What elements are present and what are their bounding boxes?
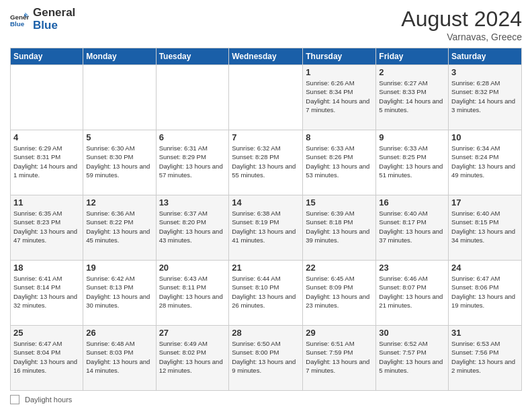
calendar-week-4: 18Sunrise: 6:41 AM Sunset: 8:14 PM Dayli… <box>11 261 522 326</box>
day-info: Sunrise: 6:36 AM Sunset: 8:22 PM Dayligh… <box>86 209 152 244</box>
footer: Daylight hours <box>10 395 522 404</box>
day-number: 22 <box>306 263 373 273</box>
day-info: Sunrise: 6:39 AM Sunset: 8:18 PM Dayligh… <box>306 209 373 244</box>
day-number: 25 <box>13 328 80 338</box>
day-info: Sunrise: 6:44 AM Sunset: 8:10 PM Dayligh… <box>232 274 300 310</box>
day-info: Sunrise: 6:47 AM Sunset: 8:04 PM Dayligh… <box>13 339 80 375</box>
day-info: Sunrise: 6:35 AM Sunset: 8:23 PM Dayligh… <box>13 209 80 244</box>
day-info: Sunrise: 6:49 AM Sunset: 8:02 PM Dayligh… <box>159 339 226 375</box>
day-info: Sunrise: 6:47 AM Sunset: 8:06 PM Dayligh… <box>451 274 519 310</box>
day-info: Sunrise: 6:40 AM Sunset: 8:17 PM Dayligh… <box>379 209 445 244</box>
calendar-week-3: 11Sunrise: 6:35 AM Sunset: 8:23 PM Dayli… <box>11 195 522 261</box>
calendar-cell: 27Sunrise: 6:49 AM Sunset: 8:02 PM Dayli… <box>156 326 229 391</box>
month-year: August 2024 <box>401 7 522 32</box>
day-info: Sunrise: 6:40 AM Sunset: 8:15 PM Dayligh… <box>451 209 519 244</box>
day-info: Sunrise: 6:31 AM Sunset: 8:29 PM Dayligh… <box>159 144 226 179</box>
calendar-cell <box>229 65 303 130</box>
day-info: Sunrise: 6:26 AM Sunset: 8:34 PM Dayligh… <box>306 79 373 114</box>
day-number: 26 <box>86 328 152 338</box>
calendar-cell <box>156 65 229 130</box>
day-info: Sunrise: 6:27 AM Sunset: 8:33 PM Dayligh… <box>379 79 445 114</box>
header-monday: Monday <box>83 48 156 65</box>
day-number: 29 <box>306 328 373 338</box>
calendar-cell: 16Sunrise: 6:40 AM Sunset: 8:17 PM Dayli… <box>376 195 449 261</box>
calendar-cell: 26Sunrise: 6:48 AM Sunset: 8:03 PM Dayli… <box>83 326 156 391</box>
calendar-week-2: 4Sunrise: 6:29 AM Sunset: 8:31 PM Daylig… <box>11 130 522 195</box>
day-info: Sunrise: 6:38 AM Sunset: 8:19 PM Dayligh… <box>232 209 300 244</box>
calendar-cell: 20Sunrise: 6:43 AM Sunset: 8:11 PM Dayli… <box>156 261 229 326</box>
svg-text:Blue: Blue <box>10 19 25 27</box>
day-number: 1 <box>306 67 373 77</box>
day-info: Sunrise: 6:29 AM Sunset: 8:31 PM Dayligh… <box>13 144 80 179</box>
calendar-cell: 24Sunrise: 6:47 AM Sunset: 8:06 PM Dayli… <box>449 261 522 326</box>
day-number: 20 <box>159 263 226 273</box>
calendar-cell: 29Sunrise: 6:51 AM Sunset: 7:59 PM Dayli… <box>303 326 376 391</box>
calendar-table: SundayMondayTuesdayWednesdayThursdayFrid… <box>10 48 522 391</box>
calendar-cell: 11Sunrise: 6:35 AM Sunset: 8:23 PM Dayli… <box>11 195 83 261</box>
header-saturday: Saturday <box>449 48 522 65</box>
day-number: 24 <box>451 263 519 273</box>
day-number: 23 <box>379 263 445 273</box>
day-info: Sunrise: 6:50 AM Sunset: 8:00 PM Dayligh… <box>232 339 300 375</box>
day-number: 2 <box>379 67 445 77</box>
day-info: Sunrise: 6:37 AM Sunset: 8:20 PM Dayligh… <box>159 209 226 244</box>
day-info: Sunrise: 6:33 AM Sunset: 8:26 PM Dayligh… <box>306 144 373 179</box>
day-info: Sunrise: 6:41 AM Sunset: 8:14 PM Dayligh… <box>13 274 80 310</box>
calendar-cell: 19Sunrise: 6:42 AM Sunset: 8:13 PM Dayli… <box>83 261 156 326</box>
calendar-week-5: 25Sunrise: 6:47 AM Sunset: 8:04 PM Dayli… <box>11 326 522 391</box>
header-tuesday: Tuesday <box>156 48 229 65</box>
day-info: Sunrise: 6:42 AM Sunset: 8:13 PM Dayligh… <box>86 274 152 310</box>
calendar-cell <box>11 65 83 130</box>
day-info: Sunrise: 6:46 AM Sunset: 8:07 PM Dayligh… <box>379 274 445 310</box>
calendar-cell: 10Sunrise: 6:34 AM Sunset: 8:24 PM Dayli… <box>449 130 522 195</box>
day-info: Sunrise: 6:28 AM Sunset: 8:32 PM Dayligh… <box>451 79 519 114</box>
calendar-cell: 14Sunrise: 6:38 AM Sunset: 8:19 PM Dayli… <box>229 195 303 261</box>
day-number: 21 <box>232 263 300 273</box>
calendar-cell: 23Sunrise: 6:46 AM Sunset: 8:07 PM Dayli… <box>376 261 449 326</box>
day-info: Sunrise: 6:45 AM Sunset: 8:09 PM Dayligh… <box>306 274 373 310</box>
calendar-cell: 7Sunrise: 6:32 AM Sunset: 8:28 PM Daylig… <box>229 130 303 195</box>
calendar-cell: 30Sunrise: 6:52 AM Sunset: 7:57 PM Dayli… <box>376 326 449 391</box>
day-number: 31 <box>451 328 519 338</box>
day-info: Sunrise: 6:34 AM Sunset: 8:24 PM Dayligh… <box>451 144 519 179</box>
day-number: 6 <box>159 132 226 142</box>
day-number: 15 <box>306 197 373 208</box>
calendar-cell: 17Sunrise: 6:40 AM Sunset: 8:15 PM Dayli… <box>449 195 522 261</box>
calendar-cell: 9Sunrise: 6:33 AM Sunset: 8:25 PM Daylig… <box>376 130 449 195</box>
calendar-week-1: 1Sunrise: 6:26 AM Sunset: 8:34 PM Daylig… <box>11 65 522 130</box>
logo-general: General <box>33 7 75 19</box>
header-thursday: Thursday <box>303 48 376 65</box>
calendar-cell: 13Sunrise: 6:37 AM Sunset: 8:20 PM Dayli… <box>156 195 229 261</box>
calendar-header-row: SundayMondayTuesdayWednesdayThursdayFrid… <box>11 48 522 65</box>
calendar-cell: 2Sunrise: 6:27 AM Sunset: 8:33 PM Daylig… <box>376 65 449 130</box>
day-number: 4 <box>13 132 80 142</box>
calendar-cell: 22Sunrise: 6:45 AM Sunset: 8:09 PM Dayli… <box>303 261 376 326</box>
header: General Blue General Blue August 2024 Va… <box>10 7 522 42</box>
daylight-box <box>10 395 19 404</box>
calendar-cell: 31Sunrise: 6:53 AM Sunset: 7:56 PM Dayli… <box>449 326 522 391</box>
day-number: 19 <box>86 263 152 273</box>
day-info: Sunrise: 6:53 AM Sunset: 7:56 PM Dayligh… <box>451 339 519 375</box>
day-number: 3 <box>451 67 519 77</box>
day-number: 5 <box>86 132 152 142</box>
header-wednesday: Wednesday <box>229 48 303 65</box>
day-info: Sunrise: 6:30 AM Sunset: 8:30 PM Dayligh… <box>86 144 152 179</box>
day-number: 30 <box>379 328 445 338</box>
calendar-cell: 4Sunrise: 6:29 AM Sunset: 8:31 PM Daylig… <box>11 130 83 195</box>
day-number: 10 <box>451 132 519 142</box>
day-number: 27 <box>159 328 226 338</box>
day-number: 7 <box>232 132 300 142</box>
calendar-cell: 28Sunrise: 6:50 AM Sunset: 8:00 PM Dayli… <box>229 326 303 391</box>
day-info: Sunrise: 6:43 AM Sunset: 8:11 PM Dayligh… <box>159 274 226 310</box>
calendar-cell: 15Sunrise: 6:39 AM Sunset: 8:18 PM Dayli… <box>303 195 376 261</box>
calendar-cell: 5Sunrise: 6:30 AM Sunset: 8:30 PM Daylig… <box>83 130 156 195</box>
calendar-cell: 25Sunrise: 6:47 AM Sunset: 8:04 PM Dayli… <box>11 326 83 391</box>
header-sunday: Sunday <box>11 48 83 65</box>
calendar-cell: 12Sunrise: 6:36 AM Sunset: 8:22 PM Dayli… <box>83 195 156 261</box>
day-number: 13 <box>159 197 226 208</box>
day-info: Sunrise: 6:32 AM Sunset: 8:28 PM Dayligh… <box>232 144 300 179</box>
location: Varnavas, Greece <box>401 32 522 42</box>
day-number: 8 <box>306 132 373 142</box>
day-number: 12 <box>86 197 152 208</box>
day-number: 17 <box>451 197 519 208</box>
